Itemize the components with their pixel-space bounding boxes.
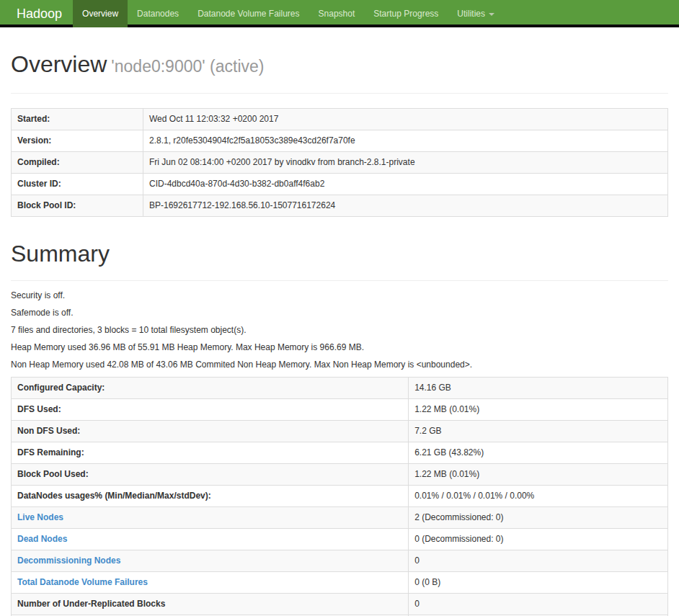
dead-nodes-link[interactable]: Dead Nodes — [17, 534, 67, 544]
table-row-version: Version:2.8.1, r20fe5304904fc2f5a18053c3… — [12, 130, 668, 152]
row-value: 2.8.1, r20fe5304904fc2f5a18053c389e43cd2… — [143, 130, 668, 152]
decommissioning-nodes-link[interactable]: Decommissioning Nodes — [17, 555, 120, 566]
table-row-live-nodes: Live Nodes2 (Decommissioned: 0) — [12, 507, 668, 529]
table-row-datanodes-usages-min-median-max-stddev: DataNodes usages% (Min/Median/Max/stdDev… — [12, 486, 668, 507]
row-value: 0 (0 B) — [409, 572, 668, 594]
summary-paragraph-3: 7 files and directories, 3 blocks = 10 t… — [11, 325, 668, 335]
navbar: Hadoop OverviewDatanodesDatanode Volume … — [0, 0, 679, 27]
page-subtitle: 'node0:9000' (active) — [111, 57, 264, 76]
row-label: Compiled: — [12, 152, 143, 174]
table-row-dfs-remaining: DFS Remaining:6.21 GB (43.82%) — [12, 442, 668, 464]
table-row-compiled: Compiled:Fri Jun 02 08:14:00 +0200 2017 … — [12, 152, 668, 174]
row-label: Cluster ID: — [12, 174, 143, 195]
row-value: BP-1692617712-192.168.56.10-150771617262… — [143, 195, 668, 217]
row-value: CID-4dbcd40a-870d-4d30-b382-db0aff4f6ab2 — [143, 174, 668, 195]
table-row-dead-nodes: Dead Nodes0 (Decommissioned: 0) — [12, 529, 668, 550]
row-label: Version: — [12, 130, 143, 152]
navbar-brand[interactable]: Hadoop — [6, 0, 73, 24]
row-label: Non DFS Used: — [12, 421, 409, 442]
caret-down-icon — [489, 13, 494, 16]
nav-item-utilities[interactable]: Utilities — [448, 0, 504, 24]
summary-paragraph-5: Non Heap Memory used 42.08 MB of 43.06 M… — [11, 360, 668, 370]
summary-paragraph-1: Security is off. — [11, 290, 668, 300]
row-value: 0 (Decommissioned: 0) — [409, 529, 668, 550]
row-label: Total Datanode Volume Failures — [12, 572, 409, 594]
nav-item-startup-progress[interactable]: Startup Progress — [364, 0, 448, 24]
row-value: 1.22 MB (0.01%) — [409, 399, 668, 421]
table-row-started: Started:Wed Oct 11 12:03:32 +0200 2017 — [12, 109, 668, 130]
table-row-configured-capacity: Configured Capacity:14.16 GB — [12, 378, 668, 399]
table-row-decommissioning-nodes: Decommissioning Nodes0 — [12, 550, 668, 572]
nav-item-datanodes[interactable]: Datanodes — [128, 0, 188, 24]
nav-link-overview[interactable]: Overview — [73, 0, 128, 27]
table-row-cluster-id: Cluster ID:CID-4dbcd40a-870d-4d30-b382-d… — [12, 174, 668, 195]
page-title-text: Overview — [11, 51, 107, 77]
divider — [11, 93, 668, 94]
row-label: Block Pool ID: — [12, 195, 143, 217]
row-value: Fri Jun 02 08:14:00 +0200 2017 by vinodk… — [143, 152, 668, 174]
row-value: Wed Oct 11 12:03:32 +0200 2017 — [143, 109, 668, 130]
row-value: 14.16 GB — [409, 378, 668, 399]
row-label: Live Nodes — [12, 507, 409, 529]
row-label: Started: — [12, 109, 143, 130]
row-label: Block Pool Used: — [12, 464, 409, 486]
row-value: 7.2 GB — [409, 421, 668, 442]
row-label: Number of Under-Replicated Blocks — [12, 594, 409, 615]
row-value: 1.22 MB (0.01%) — [409, 464, 668, 486]
summary-heading: Summary — [11, 240, 668, 267]
nav-item-datanode-volume-failures[interactable]: Datanode Volume Failures — [188, 0, 309, 24]
navbar-menu: OverviewDatanodesDatanode Volume Failure… — [73, 0, 504, 24]
nav-item-snapshot[interactable]: Snapshot — [309, 0, 365, 24]
row-label: Dead Nodes — [12, 529, 409, 550]
nav-link-datanode-volume-failures[interactable]: Datanode Volume Failures — [188, 0, 309, 27]
table-row-total-datanode-volume-failures: Total Datanode Volume Failures0 (0 B) — [12, 572, 668, 594]
row-value: 6.21 GB (43.82%) — [409, 442, 668, 464]
row-label: DFS Remaining: — [12, 442, 409, 464]
table-row-non-dfs-used: Non DFS Used:7.2 GB — [12, 421, 668, 442]
table-row-block-pool-used: Block Pool Used:1.22 MB (0.01%) — [12, 464, 668, 486]
summary-paragraphs: Security is off.Safemode is off.7 files … — [11, 290, 668, 370]
nav-link-snapshot[interactable]: Snapshot — [309, 0, 365, 27]
live-nodes-link[interactable]: Live Nodes — [17, 512, 63, 522]
page-title: Overview'node0:9000' (active) — [11, 50, 668, 80]
row-value: 2 (Decommissioned: 0) — [409, 507, 668, 529]
main-content: Overview'node0:9000' (active) Started:We… — [0, 50, 679, 616]
row-value: 0 — [409, 594, 668, 615]
row-label: Configured Capacity: — [12, 378, 409, 399]
row-value: 0.01% / 0.01% / 0.01% / 0.00% — [409, 486, 668, 507]
row-label: Decommissioning Nodes — [12, 550, 409, 572]
summary-paragraph-2: Safemode is off. — [11, 308, 668, 318]
total-datanode-volume-failures-link[interactable]: Total Datanode Volume Failures — [17, 577, 148, 587]
table-row-dfs-used: DFS Used:1.22 MB (0.01%) — [12, 399, 668, 421]
summary-table: Configured Capacity:14.16 GBDFS Used:1.2… — [11, 377, 668, 616]
row-label: DFS Used: — [12, 399, 409, 421]
nav-link-startup-progress[interactable]: Startup Progress — [364, 0, 448, 27]
overview-table: Started:Wed Oct 11 12:03:32 +0200 2017Ve… — [11, 108, 668, 217]
nav-link-utilities[interactable]: Utilities — [448, 0, 504, 27]
row-label: DataNodes usages% (Min/Median/Max/stdDev… — [12, 486, 409, 507]
nav-item-overview[interactable]: Overview — [73, 0, 128, 24]
divider — [11, 280, 668, 281]
table-row-number-of-under-replicated-blocks: Number of Under-Replicated Blocks0 — [12, 594, 668, 615]
table-row-block-pool-id: Block Pool ID:BP-1692617712-192.168.56.1… — [12, 195, 668, 217]
row-value: 0 — [409, 550, 668, 572]
summary-paragraph-4: Heap Memory used 36.96 MB of 55.91 MB He… — [11, 342, 668, 352]
nav-link-datanodes[interactable]: Datanodes — [128, 0, 188, 27]
